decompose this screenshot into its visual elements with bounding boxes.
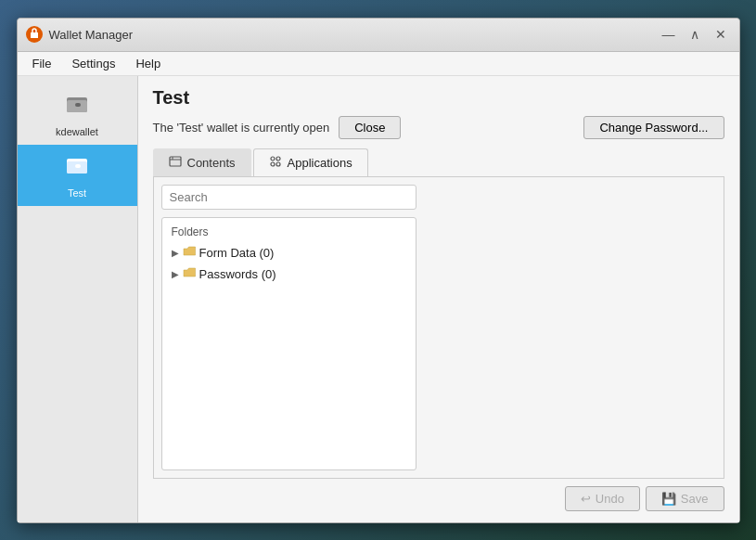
svg-rect-6 [75,164,81,168]
applications-tab-icon [269,155,282,171]
change-password-button[interactable]: Change Password... [583,116,724,139]
sidebar-kdewallet-label: kdewallet [56,126,98,137]
svg-point-11 [276,157,280,161]
sidebar-item-kdewallet[interactable]: kdewallet [18,84,137,145]
wallet-status-text: The 'Test' wallet is currently open Clos… [153,116,402,139]
minimize-button[interactable]: — [658,23,680,45]
titlebar-left: Wallet Manager [25,25,134,44]
undo-label: Undo [596,492,624,506]
main-content: kdewallet Test Test The 'Test' walle [18,76,739,522]
tab-contents-label: Contents [187,156,236,170]
main-window: Wallet Manager — ∧ ✕ File Settings Help [17,18,740,523]
app-icon [25,25,44,44]
menubar: File Settings Help [18,52,739,76]
tab-content: Folders ▶ Form Data (0) ▶ [153,177,724,479]
tab-applications-label: Applications [288,156,352,170]
tab-applications[interactable]: Applications [253,148,368,176]
undo-icon: ↩ [581,492,591,506]
save-label: Save [681,492,709,506]
bottom-bar: ↩ Undo 💾 Save [153,479,724,511]
folder-item-form-data[interactable]: ▶ Form Data (0) [166,242,412,264]
folder-item-passwords[interactable]: ▶ Passwords (0) [166,264,412,285]
content-area: Test The 'Test' wallet is currently open… [138,76,739,522]
maximize-button[interactable]: ∧ [684,23,706,45]
folders-box: Folders ▶ Form Data (0) ▶ [161,217,416,470]
tab-contents[interactable]: Contents [153,148,251,176]
menu-settings[interactable]: Settings [62,54,124,73]
status-label: The 'Test' wallet is currently open [153,121,330,135]
page-title: Test [153,87,724,109]
folders-header: Folders [166,224,412,242]
svg-point-12 [271,162,275,166]
chevron-right-icon: ▶ [172,248,179,258]
chevron-right-icon-2: ▶ [172,269,179,279]
test-icon [64,152,90,184]
svg-rect-3 [75,103,81,107]
save-button[interactable]: 💾 Save [646,486,724,511]
menu-file[interactable]: File [23,54,61,73]
svg-point-10 [271,157,275,161]
titlebar: Wallet Manager — ∧ ✕ [18,19,739,52]
svg-rect-7 [170,157,181,166]
folder-form-data-label: Form Data (0) [199,246,275,260]
folder-icon-2 [183,266,196,282]
contents-tab-icon [169,155,182,171]
titlebar-controls: — ∧ ✕ [658,23,732,45]
close-button[interactable]: ✕ [710,23,732,45]
sidebar-item-test[interactable]: Test [18,145,137,206]
svg-point-13 [276,162,280,166]
sidebar-test-label: Test [68,187,86,199]
window-title: Wallet Manager [49,28,134,42]
tabs: Contents Applications [153,148,724,177]
undo-button[interactable]: ↩ Undo [565,486,640,511]
folder-passwords-label: Passwords (0) [199,267,276,281]
close-wallet-button[interactable]: Close [339,116,401,139]
wallet-status-bar: The 'Test' wallet is currently open Clos… [153,116,724,139]
save-icon: 💾 [661,492,676,506]
panel-container: Folders ▶ Form Data (0) ▶ [153,177,724,479]
kdewallet-icon [64,91,90,122]
search-input[interactable] [161,185,416,210]
sidebar: kdewallet Test [18,76,138,522]
folder-icon [183,245,196,261]
menu-help[interactable]: Help [126,54,170,73]
